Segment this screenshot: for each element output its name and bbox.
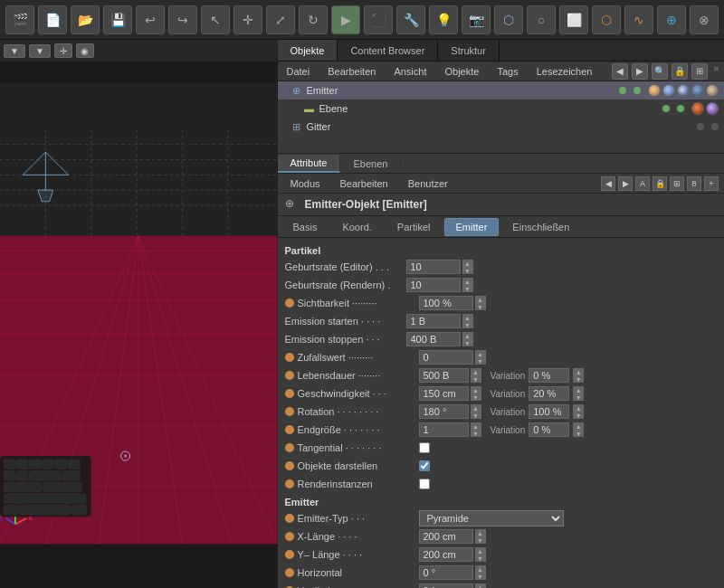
viewport-menu-btn[interactable]: ▼: [4, 44, 25, 58]
spin-down-var-rotation[interactable]: ▼: [573, 412, 584, 419]
spin-up-rotation[interactable]: ▲: [471, 404, 481, 412]
dropdown-emitter-typ[interactable]: Pyramide Kegel Zylinder Kugel: [419, 510, 564, 526]
spin-down-horizontal[interactable]: ▼: [475, 573, 486, 580]
spin-up-var-rotation[interactable]: ▲: [573, 404, 584, 412]
subtab-koord[interactable]: Koord.: [330, 218, 383, 236]
toolbar-icon-sphere[interactable]: ○: [527, 5, 556, 34]
tab-ebenen[interactable]: Ebenen: [340, 156, 401, 172]
tab-struktur[interactable]: Struktur: [438, 40, 500, 61]
input-var-geschwindigkeit[interactable]: [529, 386, 569, 401]
spin-down-endgrosse[interactable]: ▼: [471, 430, 481, 437]
toolbar-icon-render-settings[interactable]: 🔧: [396, 5, 425, 34]
input-sichtbarkeit[interactable]: [419, 296, 473, 310]
input-y-laenge[interactable]: [419, 547, 473, 562]
attr-bearbeiten[interactable]: Bearbeiten: [333, 177, 395, 190]
input-geschwindigkeit[interactable]: [419, 386, 469, 401]
spin-up-vertikal[interactable]: ▲: [475, 583, 486, 588]
menu-datei[interactable]: Datei: [281, 64, 316, 79]
spin-up-x-laenge[interactable]: ▲: [475, 529, 486, 536]
spin-up-var-endgrosse[interactable]: ▲: [573, 422, 584, 430]
subtab-emitter[interactable]: Emitter: [444, 218, 500, 236]
attr-nav-forward[interactable]: ▶: [618, 176, 633, 191]
spin-down-x-laenge[interactable]: ▼: [475, 536, 486, 544]
spin-up-geburtsrate-rendern[interactable]: ▲: [462, 278, 473, 285]
spin-down-zufallswert[interactable]: ▼: [475, 357, 486, 365]
spin-down-sichtbarkeit[interactable]: ▼: [475, 303, 486, 310]
spin-up-endgrosse[interactable]: ▲: [471, 422, 481, 430]
toolbar-icon-save[interactable]: 💾: [103, 5, 132, 34]
toolbar-icon-light[interactable]: 💡: [429, 5, 458, 34]
input-x-laenge[interactable]: [419, 529, 473, 544]
obj-row-gitter[interactable]: ⊞ Gitter: [278, 118, 725, 136]
spin-down-rotation[interactable]: ▼: [471, 412, 481, 419]
subtab-basis[interactable]: Basis: [281, 218, 329, 236]
search-btn[interactable]: 🔍: [652, 63, 668, 80]
toolbar-icon-camera[interactable]: 📷: [462, 5, 491, 34]
attr-benutzer[interactable]: Benutzer: [401, 177, 455, 190]
toolbar-icon-select[interactable]: ↖: [201, 5, 230, 34]
input-zufallswert[interactable]: [419, 350, 473, 365]
input-vertikal[interactable]: [419, 583, 473, 588]
input-horizontal[interactable]: [419, 565, 473, 580]
toolbar-icon-spline[interactable]: ∿: [624, 5, 653, 34]
spin-down-geburtsrate-rendern[interactable]: ▼: [462, 285, 473, 292]
nav-back-btn[interactable]: ◀: [612, 63, 628, 80]
toolbar-icon-dynamics[interactable]: ⊗: [690, 5, 719, 34]
grid-btn[interactable]: ⊞: [691, 63, 708, 80]
input-var-endgrosse[interactable]: [529, 422, 569, 437]
obj-row-ebene[interactable]: ▬ Ebene: [278, 100, 725, 118]
spin-down-lebensdauer[interactable]: ▼: [471, 375, 481, 383]
input-var-rotation[interactable]: [529, 404, 569, 419]
menu-bearbeiten[interactable]: Bearbeiten: [322, 64, 381, 79]
attr-modus[interactable]: Modus: [283, 177, 328, 190]
toolbar-icon-scale[interactable]: ⤢: [266, 5, 295, 34]
lock-btn[interactable]: 🔒: [672, 63, 688, 80]
tab-attribute[interactable]: Attribute: [278, 155, 341, 173]
attr-nav-lock[interactable]: 🔒: [653, 176, 667, 191]
input-emission-stoppen[interactable]: [406, 332, 461, 346]
spin-up-var-lebensdauer[interactable]: ▲: [573, 368, 584, 375]
toolbar-icon-plane[interactable]: ⬜: [559, 5, 588, 34]
toolbar-icon-undo[interactable]: ↩: [136, 5, 165, 34]
toolbar-icon-nurbs[interactable]: ⊕: [657, 5, 686, 34]
attr-nav-8[interactable]: 8: [687, 176, 701, 191]
toolbar-icon-render[interactable]: ⬛: [364, 5, 393, 34]
spin-up-lebensdauer[interactable]: ▲: [471, 368, 481, 375]
spin-up-geschwindigkeit[interactable]: ▲: [471, 386, 481, 394]
subtab-partikel[interactable]: Partikel: [386, 218, 443, 236]
spin-up-y-laenge[interactable]: ▲: [475, 547, 486, 555]
checkbox-renderinstanzen[interactable]: [419, 479, 430, 489]
toolbar-icon-deformer[interactable]: ⬡: [592, 5, 621, 34]
input-geburtsrate-editor[interactable]: [406, 260, 461, 274]
nav-forward-btn[interactable]: ▶: [632, 63, 648, 80]
spin-up-geburtsrate-editor[interactable]: ▲: [462, 260, 473, 267]
toolbar-icon-rotate[interactable]: ↻: [299, 5, 328, 34]
spin-up-horizontal[interactable]: ▲: [475, 565, 486, 573]
input-emission-starten[interactable]: [406, 314, 461, 328]
attr-nav-plus[interactable]: +: [704, 176, 719, 191]
menu-tags[interactable]: Tags: [491, 64, 523, 79]
input-lebensdauer[interactable]: [419, 368, 469, 383]
checkbox-tangential[interactable]: [419, 442, 430, 453]
attr-nav-a[interactable]: A: [635, 176, 650, 191]
spin-up-sichtbarkeit[interactable]: ▲: [475, 296, 486, 303]
checkbox-objekte-darstellen[interactable]: [419, 460, 430, 471]
spin-up-emission-starten[interactable]: ▲: [462, 314, 473, 321]
input-endgrosse[interactable]: [419, 422, 469, 437]
spin-up-zufallswert[interactable]: ▲: [475, 350, 486, 357]
toolbar-icon-redo[interactable]: ↪: [168, 5, 197, 34]
toolbar-icon-new[interactable]: 📄: [38, 5, 67, 34]
spin-down-var-geschwindigkeit[interactable]: ▼: [573, 394, 584, 401]
tab-objekte[interactable]: Objekte: [278, 40, 338, 61]
spin-down-emission-stoppen[interactable]: ▼: [462, 339, 473, 346]
spin-down-emission-starten[interactable]: ▼: [462, 321, 473, 328]
attr-nav-grid[interactable]: ⊞: [670, 176, 684, 191]
spin-down-geburtsrate-editor[interactable]: ▼: [462, 267, 473, 274]
input-geburtsrate-rendern[interactable]: [406, 278, 461, 292]
input-rotation[interactable]: [419, 404, 469, 419]
viewport[interactable]: ▼ ▼ ✛ ◉: [0, 40, 278, 588]
viewport-camera-icon[interactable]: ◉: [76, 43, 94, 58]
spin-down-var-lebensdauer[interactable]: ▼: [573, 375, 584, 383]
toolbar-icon-move[interactable]: ✛: [233, 5, 262, 34]
spin-up-emission-stoppen[interactable]: ▲: [462, 332, 473, 339]
